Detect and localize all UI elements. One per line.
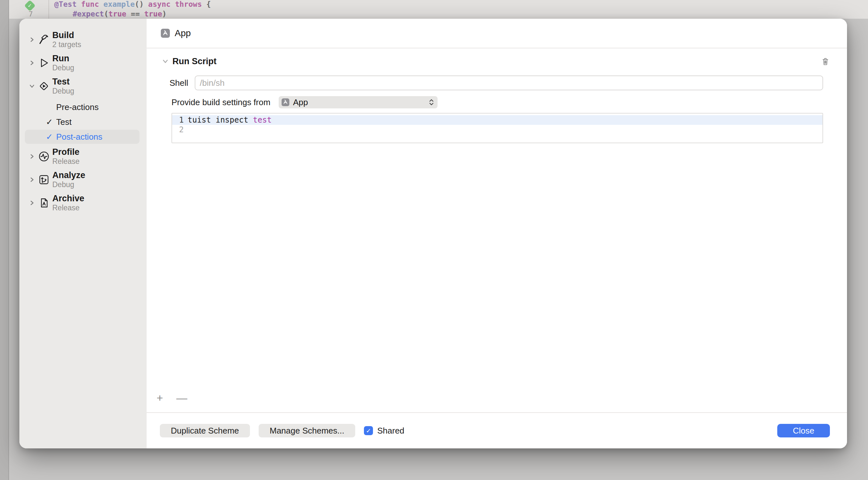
build-settings-label: Provide build settings from [172,97,270,107]
script-line[interactable]: 2 [172,125,823,135]
sidebar-item-build[interactable]: Build 2 targets [28,30,144,49]
sidebar-item-label: Archive [52,194,84,204]
sidebar-item-subtitle: Release [52,157,80,166]
sidebar-item-label: Build [52,30,82,40]
shell-label: Shell [169,78,188,88]
sidebar-item-subtitle: 2 targets [52,40,82,49]
section-title: Run Script [173,57,217,66]
shell-row: Shell /bin/sh [169,75,823,90]
chevron-down-icon[interactable] [161,58,169,65]
shared-checkbox-group: ✓ Shared [364,426,404,436]
profile-gauge-icon [37,149,51,164]
chevron-down-icon[interactable] [28,82,36,90]
sidebar-item-label: Profile [52,147,80,157]
scheme-header: App [147,19,847,48]
sidebar-item-subtitle: Debug [52,64,74,72]
close-button[interactable]: Close [777,424,830,438]
line-number: 2 [172,125,188,134]
scheme-detail-pane: App Run Script Shell /bin/sh [147,19,847,448]
duplicate-scheme-button[interactable]: Duplicate Scheme [160,424,250,438]
build-settings-value: App [293,97,308,107]
sidebar-item-subtitle: Debug [52,87,74,96]
line-number: 7 [23,10,38,18]
script-line[interactable]: 1 tuist inspect test [172,115,823,125]
build-settings-row: Provide build settings from App [172,96,823,108]
sidebar-item-archive[interactable]: Archive Release [28,194,144,212]
checkmark-icon: ✓ [45,117,54,127]
sidebar-item-profile[interactable]: Profile Release [28,147,144,166]
window-left-rail [0,0,9,480]
chevron-right-icon[interactable] [28,35,36,44]
shared-label: Shared [377,426,404,436]
gutter-divider [49,0,49,19]
sidebar-item-subtitle: Debug [52,180,85,189]
add-remove-controls: + — [154,392,188,403]
sidebar-item-test-action[interactable]: ✓ Test [25,115,140,129]
chevron-right-icon[interactable] [28,199,36,207]
sidebar-item-label: Test [52,77,74,87]
app-target-icon [282,98,289,106]
analyze-icon [37,173,51,187]
sidebar-item-test[interactable]: Test Debug [28,77,144,96]
code-line-2: #expect(true == true) [73,10,166,18]
test-passed-icon: ✓ [24,0,35,11]
hammer-icon [37,33,51,47]
test-diamond-icon [37,79,51,93]
chevron-right-icon[interactable] [28,59,36,67]
chevron-right-icon[interactable] [28,175,36,184]
code-line-1: @Test func example() async throws { [54,0,211,8]
scheme-name: App [175,28,191,38]
script-text-editor[interactable]: 1 tuist inspect test 2 [172,113,823,143]
add-action-button[interactable]: + [154,392,166,403]
scheme-editor-dialog: Build 2 targets Run Debug [20,19,847,448]
sidebar-item-label: Run [52,54,74,64]
manage-schemes-button[interactable]: Manage Schemes... [259,424,355,438]
screen: ✓ 7 @Test func example() async throws { … [0,0,868,480]
delete-script-button[interactable] [820,56,831,67]
sidebar-item-run[interactable]: Run Debug [28,54,144,72]
sidebar-item-label: Analyze [52,170,85,180]
popup-stepper-icon [428,98,435,107]
build-settings-popup[interactable]: App [279,96,438,108]
run-script-section-header: Run Script [161,56,831,67]
line-number: 1 [172,115,188,125]
shell-value: /bin/sh [200,78,225,88]
sidebar-item-post-actions[interactable]: ✓ Post-actions [25,130,140,144]
shared-checkbox[interactable]: ✓ [364,426,373,435]
chevron-right-icon[interactable] [28,152,36,161]
dialog-footer: Duplicate Scheme Manage Schemes... ✓ Sha… [147,412,847,448]
checkmark-icon: ✓ [366,428,371,434]
app-scheme-icon [161,29,170,38]
play-icon [37,56,51,70]
sidebar-item-pre-actions[interactable]: Pre-actions [25,100,140,114]
shell-input[interactable]: /bin/sh [195,75,823,90]
archive-document-icon [37,196,51,210]
sidebar-item-analyze[interactable]: Analyze Debug [28,170,144,189]
checkmark-icon: ✓ [45,132,54,142]
remove-action-button[interactable]: — [176,392,188,403]
run-script-panel: Run Script Shell /bin/sh Provide build s… [147,48,847,412]
sidebar-item-subtitle: Release [52,204,84,212]
scheme-actions-sidebar: Build 2 targets Run Debug [20,19,147,448]
background-code-editor: ✓ 7 @Test func example() async throws { … [0,0,868,19]
